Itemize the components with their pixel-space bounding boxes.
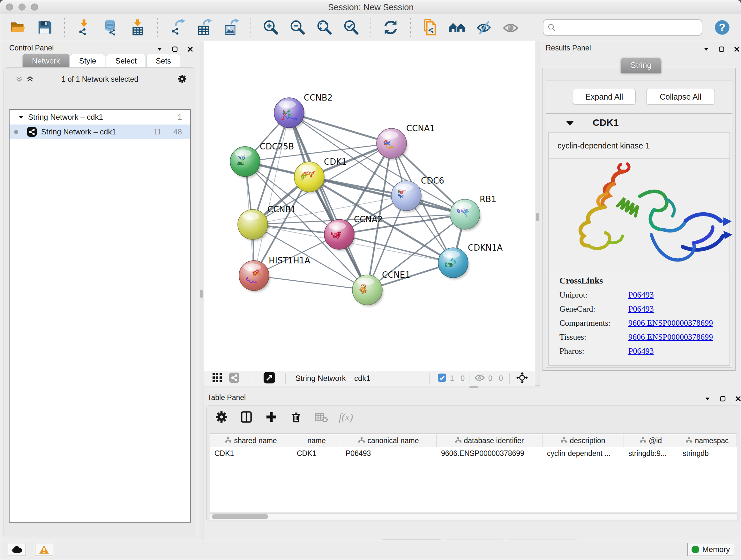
toolbar-separator [410, 18, 411, 37]
network-tab-content: 1 of 1 Network selected String Network –… [3, 67, 196, 537]
table-panel-close-icon[interactable] [734, 395, 741, 403]
tab-sets[interactable]: Sets [146, 54, 180, 68]
zoom-out-button[interactable] [287, 17, 307, 37]
network-node-CDC25B[interactable]: CDC25B [230, 142, 294, 178]
selected-checkbox-icon[interactable] [438, 374, 446, 383]
crosslink-link[interactable]: P06493 [628, 290, 654, 300]
show-all-button[interactable] [501, 17, 521, 37]
cloud-button[interactable] [8, 543, 26, 556]
network-node-CDKN1A[interactable]: CDKN1A [438, 243, 502, 279]
column-header-shared-name[interactable]: shared name [210, 434, 292, 447]
collection-expand-arrow-icon[interactable] [18, 114, 24, 120]
network-node-CCNA1[interactable]: CCNA1 [377, 124, 435, 160]
hidden-eye-slash-icon[interactable] [474, 374, 485, 383]
collapse-all-button[interactable]: Collapse All [646, 89, 715, 105]
tab-network[interactable]: Network [23, 54, 69, 68]
crosslink-link[interactable]: P06493 [628, 304, 654, 314]
import-network-database-button[interactable] [101, 17, 121, 37]
column-header-canonical-name[interactable]: canonical name [341, 434, 436, 447]
column-label: namespac [695, 436, 729, 445]
control-panel-close-icon[interactable] [186, 45, 194, 53]
network-row-selected[interactable]: String Network – cdk1 11 48 [10, 125, 190, 139]
bottom-splitter-handle[interactable] [469, 386, 478, 388]
refresh-button[interactable] [381, 17, 401, 37]
function-builder-icon: f(x) [339, 410, 353, 424]
export-table-button[interactable] [194, 17, 214, 37]
crosslink-label: Uniprot: [559, 290, 628, 300]
crosslink-row: Pharos:P06493 [559, 347, 730, 356]
search-input[interactable] [559, 23, 698, 32]
show-column-icon[interactable] [239, 410, 253, 424]
column-hierarchy-icon [455, 436, 461, 445]
column-label: name [307, 436, 326, 445]
network-node-HIST1H1A[interactable]: HIST1H1A [239, 256, 310, 292]
group-nodes-button[interactable] [447, 17, 467, 37]
results-panel-undock-icon[interactable] [718, 45, 726, 53]
warnings-button[interactable] [35, 543, 53, 556]
network-node-CDK1[interactable]: CDK1 [294, 157, 347, 193]
titlebar: Session: New Session [0, 0, 741, 14]
node-label-CCNE1: CCNE1 [382, 270, 410, 280]
table-options-gear-icon[interactable] [214, 410, 228, 424]
table-horizontal-scrollbar[interactable] [210, 513, 738, 520]
node-table: shared namenamecanonical namedatabase id… [210, 434, 737, 512]
crosslink-link[interactable]: P06493 [628, 347, 654, 356]
control-panel-float-icon[interactable] [155, 45, 164, 53]
zoom-selected-button[interactable] [341, 17, 361, 37]
results-panel-float-icon[interactable] [702, 45, 711, 53]
export-network-button[interactable] [167, 17, 187, 37]
crosslink-link[interactable]: 9606.ENSP00000378699 [628, 332, 713, 342]
control-panel-undock-icon[interactable] [171, 45, 179, 53]
memory-button[interactable]: Memory [687, 543, 734, 556]
entry-collapse-arrow-icon[interactable] [566, 121, 574, 126]
network-edge[interactable] [254, 113, 289, 275]
table-panel-undock-icon[interactable] [719, 395, 727, 403]
tab-select[interactable]: Select [106, 54, 146, 68]
delete-column-trash-icon[interactable] [289, 410, 303, 424]
column-label: shared name [234, 436, 277, 445]
table-scrollbar-thumb[interactable] [212, 514, 268, 519]
save-session-button[interactable] [35, 17, 55, 37]
open-in-window-icon[interactable] [264, 372, 275, 385]
column-header-namespac[interactable]: namespac [678, 434, 737, 447]
toolbar-separator [370, 18, 371, 37]
import-table-file-button[interactable] [128, 17, 148, 37]
node-label-CCNB1: CCNB1 [267, 205, 296, 214]
tab-style[interactable]: Style [70, 54, 105, 68]
export-image-button[interactable] [221, 17, 241, 37]
left-splitter-handle[interactable] [200, 290, 203, 298]
zoom-fit-button[interactable] [314, 17, 334, 37]
help-button[interactable]: ? [713, 18, 731, 37]
column-header-@id[interactable]: @id [624, 434, 678, 447]
table-cell: cyclin-dependent ... [542, 447, 624, 459]
clone-network-button[interactable] [420, 17, 440, 37]
table-panel-float-icon[interactable] [703, 395, 712, 403]
column-header-database-identifier[interactable]: database identifier [436, 434, 542, 447]
results-tab-string[interactable]: String [621, 58, 661, 73]
table-row[interactable]: CDK1CDK1P064939606.ENSP00000378699cyclin… [210, 447, 737, 459]
crosslink-label: Compartments: [559, 318, 628, 328]
open-session-button[interactable] [8, 17, 28, 37]
network-node-RB1[interactable]: RB1 [450, 194, 496, 231]
zoom-in-button[interactable] [261, 17, 280, 37]
column-header-name[interactable]: name [292, 434, 341, 447]
network-collection-row[interactable]: String Network – cdk1 1 [10, 110, 190, 125]
create-column-plus-icon[interactable] [264, 410, 278, 424]
network-view-canvas[interactable]: CCNB2CCNA1CDC25BCDK1CDC6RB1CCNB1CCNA2CDK… [204, 41, 535, 371]
protein-structure-image [549, 159, 730, 271]
network-options-gear-icon[interactable] [178, 74, 187, 85]
crosslink-link[interactable]: 9606.ENSP00000378699 [628, 318, 713, 328]
expand-all-button[interactable]: Expand All [573, 89, 636, 105]
network-edge[interactable] [254, 275, 367, 290]
fit-content-crosshair-icon[interactable] [516, 372, 528, 385]
crosslink-row: Compartments:9606.ENSP00000378699 [559, 318, 730, 328]
right-splitter-handle[interactable] [536, 213, 539, 221]
entry-description: cyclin-dependent kinase 1 [549, 133, 730, 159]
network-label: String Network – cdk1 [41, 127, 116, 136]
import-network-file-button[interactable] [74, 17, 94, 37]
birdseye-view-icon[interactable] [212, 373, 222, 384]
column-header-description[interactable]: description [542, 434, 624, 447]
hide-selected-button[interactable] [474, 17, 494, 37]
results-panel-close-icon[interactable] [733, 45, 741, 53]
network-type-icon[interactable] [229, 373, 239, 384]
